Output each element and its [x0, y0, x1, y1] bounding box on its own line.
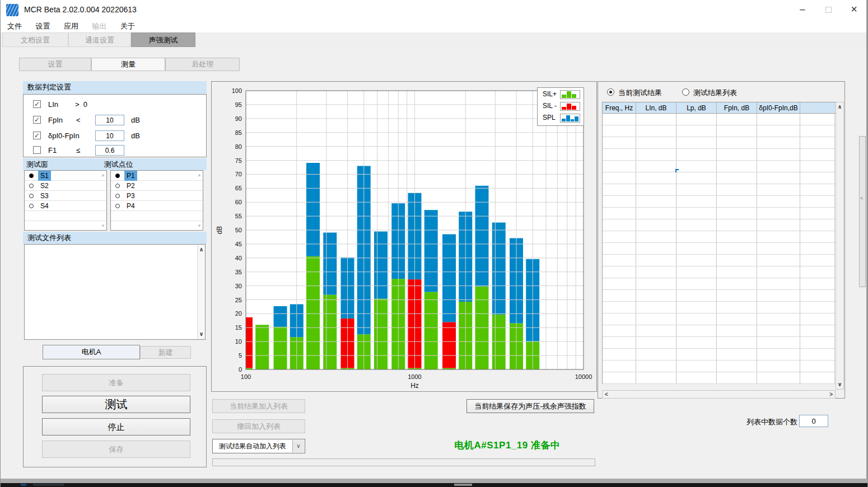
subtab-measure[interactable]: 测量 — [91, 58, 165, 71]
close-button[interactable]: × — [841, 0, 867, 20]
table-row[interactable] — [603, 266, 836, 278]
list-item-p4[interactable]: P4 — [111, 201, 203, 211]
menu-apply[interactable]: 应用 — [58, 20, 84, 33]
table-vscrollbar[interactable]: ∧ ∨ — [836, 102, 844, 390]
new-project-button[interactable]: 新建 — [140, 346, 191, 359]
table-row[interactable] — [603, 313, 836, 325]
tab-sound-intensity-test[interactable]: 声强测试 — [131, 32, 195, 47]
col-dpio-fpin[interactable]: δpI0-FpIn,dB — [757, 102, 800, 114]
table-cell — [757, 184, 800, 196]
scroll-down-icon[interactable]: ∨ — [836, 381, 843, 388]
add-current-result-button[interactable]: 当前结果加入列表 — [212, 399, 305, 413]
table-row[interactable] — [603, 255, 836, 266]
tab-document-settings[interactable]: 文档设置 — [2, 32, 68, 47]
table-row[interactable] — [603, 137, 836, 149]
table-cell — [603, 290, 636, 302]
table-cell — [800, 255, 835, 266]
panel-collapse-handle[interactable]: < — [859, 136, 866, 287]
list-item-s4[interactable]: S4 — [25, 201, 106, 211]
table-row[interactable] — [603, 196, 836, 208]
scroll-right-icon[interactable]: > — [829, 391, 833, 398]
file-list-scrollbar[interactable]: ∧ ∨ — [197, 245, 205, 339]
table-hscrollbar[interactable]: < > — [602, 390, 836, 399]
table-row[interactable] — [603, 337, 836, 349]
save-button[interactable]: 保存 — [42, 441, 190, 458]
scroll-down-icon[interactable]: ▼ — [101, 223, 105, 228]
list-item-p2[interactable]: P2 — [111, 181, 203, 191]
table-cell — [603, 349, 636, 360]
checkbox-dpio-fpin[interactable]: ✓ — [33, 132, 41, 139]
table-cell — [800, 278, 835, 290]
undo-add-button[interactable]: 撤回加入列表 — [212, 419, 305, 433]
svg-text:70: 70 — [235, 171, 242, 177]
list-item-p1[interactable]: P1 — [111, 171, 203, 181]
table-row[interactable] — [603, 219, 836, 231]
table-row[interactable] — [603, 125, 836, 137]
auto-add-dropdown[interactable]: 测试结果自动加入列表 ∨ — [212, 439, 305, 453]
list-item-s3[interactable]: S3 — [25, 191, 106, 201]
table-row[interactable] — [603, 349, 836, 360]
checkbox-lin[interactable]: ✓ — [33, 100, 41, 108]
radio-current-result[interactable] — [607, 88, 614, 96]
menu-settings[interactable]: 设置 — [30, 20, 55, 33]
table-row[interactable] — [603, 172, 836, 184]
col-lin[interactable]: LIn, dB — [636, 102, 676, 114]
col-freq[interactable]: Freq., Hz — [603, 102, 636, 114]
scroll-up-icon[interactable]: ▲ — [101, 172, 105, 177]
checkbox-f1[interactable] — [33, 146, 41, 154]
prepare-button[interactable]: 准备 — [42, 374, 190, 391]
list-item-p3[interactable]: P3 — [111, 191, 203, 201]
table-row[interactable] — [603, 372, 836, 384]
scroll-up-icon[interactable]: ∧ — [836, 104, 843, 110]
test-file-list[interactable]: ∧ ∨ — [24, 244, 206, 340]
table-cell — [717, 172, 757, 184]
dpio-threshold-input[interactable] — [95, 130, 124, 141]
scroll-up-icon[interactable]: ▲ — [197, 172, 202, 177]
list-item-s2[interactable]: S2 — [25, 181, 106, 191]
table-row[interactable] — [603, 161, 836, 172]
subtab-postprocess[interactable]: 后处理 — [165, 58, 240, 71]
list-item-s1[interactable]: S1 — [25, 171, 106, 181]
table-cell — [676, 149, 717, 161]
menu-file[interactable]: 文件 — [2, 20, 27, 33]
maximize-button[interactable] — [815, 0, 841, 20]
col-lp[interactable]: Lp, dB — [676, 102, 717, 114]
project-tab-motor-a[interactable]: 电机A — [43, 345, 140, 359]
table-cell — [603, 278, 636, 290]
table-cell — [676, 125, 717, 137]
fpin-threshold-input[interactable] — [95, 115, 124, 125]
background-window-strip — [1, 483, 868, 487]
checkbox-fpin[interactable]: ✓ — [33, 116, 41, 124]
table-row[interactable] — [603, 302, 836, 313]
col-fpin[interactable]: FpIn, dB — [717, 102, 757, 114]
table-row[interactable] — [603, 360, 836, 372]
scroll-up-icon[interactable]: ∧ — [198, 246, 205, 253]
table-row[interactable] — [603, 208, 836, 219]
table-row[interactable] — [603, 243, 836, 255]
table-cell — [800, 325, 835, 337]
scroll-left-icon[interactable]: < — [605, 391, 608, 398]
menu-about[interactable]: 关于 — [115, 20, 141, 33]
minimize-button[interactable]: – — [790, 0, 815, 20]
table-row[interactable] — [603, 184, 836, 196]
scroll-down-icon[interactable]: ∨ — [198, 331, 205, 338]
table-row[interactable] — [603, 114, 836, 125]
table-row[interactable] — [603, 325, 836, 337]
test-button[interactable]: 测试 — [42, 396, 190, 413]
table-cell — [676, 302, 717, 313]
subtab-setup[interactable]: 设置 — [19, 58, 91, 71]
table-row[interactable] — [603, 149, 836, 161]
table-row[interactable] — [603, 231, 836, 243]
save-as-pressure-index-button[interactable]: 当前结果保存为声压-残余声强指数 — [466, 399, 594, 413]
list-count-input[interactable] — [799, 415, 828, 427]
table-cell — [757, 161, 800, 172]
table-row[interactable] — [603, 278, 836, 290]
svg-text:10000: 10000 — [575, 373, 592, 380]
radio-result-list[interactable] — [682, 88, 689, 96]
stop-button[interactable]: 停止 — [42, 418, 190, 436]
scroll-down-icon[interactable]: ▼ — [197, 223, 202, 228]
chevron-down-icon[interactable]: ∨ — [292, 440, 304, 452]
table-row[interactable] — [603, 290, 836, 302]
f1-threshold-input[interactable] — [95, 145, 124, 156]
tab-channel-settings[interactable]: 通道设置 — [68, 32, 131, 47]
